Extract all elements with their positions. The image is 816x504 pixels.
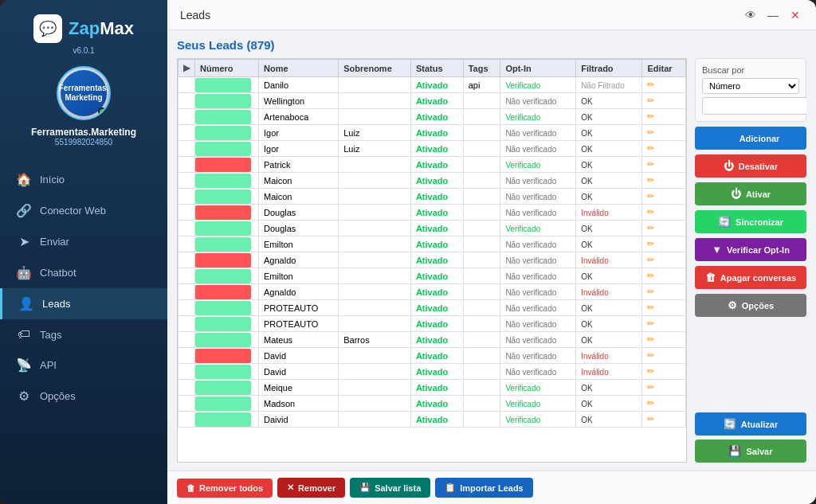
salvar-lista-button[interactable]: 💾 Salvar lista	[350, 478, 430, 498]
leads-table: ▶ Número Nome Sobrenome Status Tags Opt-…	[178, 59, 686, 428]
table-row[interactable]: Douglas Ativado Não verificado Inválido …	[178, 205, 686, 221]
editar-cell[interactable]: ✏	[642, 300, 686, 316]
remover-todos-button[interactable]: 🗑 Remover todos	[177, 479, 273, 498]
edit-icon[interactable]: ✏	[647, 159, 654, 169]
table-row[interactable]: David Ativado Não verificado Inválido ✏	[178, 348, 686, 364]
editar-cell[interactable]: ✏	[642, 364, 686, 380]
edit-icon[interactable]: ✏	[647, 223, 654, 232]
table-row[interactable]: Wellington Ativado Não verificado OK ✏	[178, 93, 686, 109]
editar-cell[interactable]: ✏	[642, 141, 686, 157]
edit-icon[interactable]: ✏	[647, 398, 654, 408]
status-cell: Ativado	[410, 364, 463, 380]
editar-cell[interactable]: ✏	[642, 77, 686, 93]
edit-icon[interactable]: ✏	[647, 350, 654, 360]
edit-icon[interactable]: ✏	[647, 127, 654, 137]
eye-button[interactable]: 👁	[743, 7, 759, 23]
table-row[interactable]: Emilton Ativado Não verificado OK ✏	[178, 268, 686, 284]
search-input[interactable]	[702, 97, 806, 115]
table-row[interactable]: Agnaldo Ativado Não verificado Inválido …	[178, 252, 686, 268]
table-row[interactable]: PROTEAUTO Ativado Não verificado OK ✏	[178, 300, 686, 316]
edit-icon[interactable]: ✏	[647, 207, 654, 217]
edit-icon[interactable]: ✏	[647, 175, 654, 185]
editar-cell[interactable]: ✏	[642, 109, 686, 125]
table-row[interactable]: Danilo Ativado api Verificado Não Filtra…	[178, 77, 686, 93]
tags-cell	[463, 412, 500, 428]
edit-icon[interactable]: ✏	[647, 255, 654, 264]
edit-icon[interactable]: ✏	[647, 271, 654, 280]
editar-cell[interactable]: ✏	[642, 157, 686, 173]
editar-cell[interactable]: ✏	[642, 173, 686, 189]
table-scroll[interactable]: ▶ Número Nome Sobrenome Status Tags Opt-…	[178, 59, 686, 462]
sidebar-item-tags[interactable]: 🏷 Tags	[0, 319, 167, 350]
adicionar-button[interactable]: 👤 Adicionar	[695, 127, 806, 150]
atualizar-button[interactable]: 🔄 Atualizar	[695, 412, 806, 436]
desativar-button[interactable]: ⏻ Desativar	[695, 154, 806, 178]
editar-cell[interactable]: ✏	[642, 348, 686, 364]
minimize-button[interactable]: —	[765, 7, 781, 23]
table-row[interactable]: Meique Ativado Verificado OK ✏	[178, 380, 686, 396]
editar-cell[interactable]: ✏	[642, 221, 686, 236]
editar-cell[interactable]: ✏	[642, 189, 686, 205]
edit-icon[interactable]: ✏	[647, 303, 654, 312]
table-row[interactable]: Douglas Ativado Verificado OK ✏	[178, 221, 686, 236]
edit-icon[interactable]: ✏	[647, 111, 654, 121]
edit-icon[interactable]: ✏	[647, 318, 654, 328]
sidebar-item-leads[interactable]: 👤 Leads	[0, 288, 167, 319]
edit-icon[interactable]: ✏	[647, 382, 654, 392]
verificar-optin-button[interactable]: ▼ Verificar Opt-In	[695, 238, 806, 261]
sincronizar-button[interactable]: 🔄 Sincronizar	[695, 210, 806, 233]
editar-cell[interactable]: ✏	[642, 236, 686, 252]
edit-icon[interactable]: ✏	[647, 366, 654, 376]
table-row[interactable]: Igor Luiz Ativado Não verificado OK ✏	[178, 141, 686, 157]
editar-cell[interactable]: ✏	[642, 284, 686, 300]
table-row[interactable]: Daivid Ativado Verificado OK ✏	[178, 412, 686, 428]
sidebar-item-api[interactable]: 📡 API	[0, 350, 167, 381]
sidebar-item-conector-web[interactable]: 🔗 Conector Web	[0, 195, 167, 226]
ativar-button[interactable]: ⏻ Ativar	[695, 182, 806, 205]
editar-cell[interactable]: ✏	[642, 412, 686, 428]
sobrenome-cell	[339, 284, 411, 300]
editar-cell[interactable]: ✏	[642, 316, 686, 332]
remover-button[interactable]: ✕ Remover	[277, 478, 345, 498]
editar-cell[interactable]: ✏	[642, 332, 686, 348]
salvar-button[interactable]: 💾 Salvar	[695, 440, 806, 463]
edit-icon[interactable]: ✏	[647, 287, 654, 296]
edit-icon[interactable]: ✏	[647, 191, 654, 201]
table-row[interactable]: Mateus Barros Ativado Não verificado OK …	[178, 332, 686, 348]
editar-cell[interactable]: ✏	[642, 93, 686, 109]
close-button[interactable]: ✕	[787, 7, 803, 23]
edit-icon[interactable]: ✏	[647, 414, 654, 424]
apagar-conversas-button[interactable]: 🗑 Apagar conversas	[695, 266, 806, 289]
table-row[interactable]: Madson Ativado Verificado OK ✏	[178, 396, 686, 412]
edit-icon[interactable]: ✏	[647, 334, 654, 344]
table-row[interactable]: Igor Luiz Ativado Não verificado OK ✏	[178, 125, 686, 141]
filtrado-cell: OK	[576, 380, 642, 396]
sidebar-item-enviar[interactable]: ➤ Enviar	[0, 226, 167, 257]
sidebar-item-opcoes[interactable]: ⚙ Opções	[0, 381, 167, 412]
editar-cell[interactable]: ✏	[642, 125, 686, 141]
opcoes-button[interactable]: ⚙ Opções	[695, 294, 806, 317]
edit-icon[interactable]: ✏	[647, 239, 654, 248]
table-row[interactable]: Agnaldo Ativado Não verificado Inválido …	[178, 284, 686, 300]
sidebar-item-inicio[interactable]: 🏠 Início	[0, 164, 167, 195]
table-row[interactable]: Maicon Ativado Não verificado OK ✏	[178, 189, 686, 205]
sidebar-item-chatbot[interactable]: 🤖 Chatbot	[0, 257, 167, 288]
importar-leads-button[interactable]: 📋 Importar Leads	[435, 478, 532, 498]
edit-icon[interactable]: ✏	[647, 96, 654, 105]
table-row[interactable]: Patrick Ativado Verificado OK ✏	[178, 157, 686, 173]
profile-name: Ferramentas.Marketing	[31, 127, 136, 138]
table-row[interactable]: David Ativado Não verificado Inválido ✏	[178, 364, 686, 380]
editar-cell[interactable]: ✏	[642, 380, 686, 396]
table-row[interactable]: Emilton Ativado Não verificado OK ✏	[178, 236, 686, 252]
editar-cell[interactable]: ✏	[642, 252, 686, 268]
edit-icon[interactable]: ✏	[647, 143, 654, 153]
editar-cell[interactable]: ✏	[642, 205, 686, 221]
search-select[interactable]: Número Nome Sobrenome	[702, 78, 799, 94]
editar-cell[interactable]: ✏	[642, 396, 686, 412]
table-row[interactable]: PROTEAUTO Ativado Não verificado OK ✏	[178, 316, 686, 332]
table-row[interactable]: Artenaboca Ativado Verificado OK ✏	[178, 109, 686, 125]
table-row[interactable]: Maicon Ativado Não verificado OK ✏	[178, 173, 686, 189]
edit-icon[interactable]: ✏	[647, 80, 654, 89]
editar-cell[interactable]: ✏	[642, 268, 686, 284]
tags-cell: api	[463, 77, 500, 93]
